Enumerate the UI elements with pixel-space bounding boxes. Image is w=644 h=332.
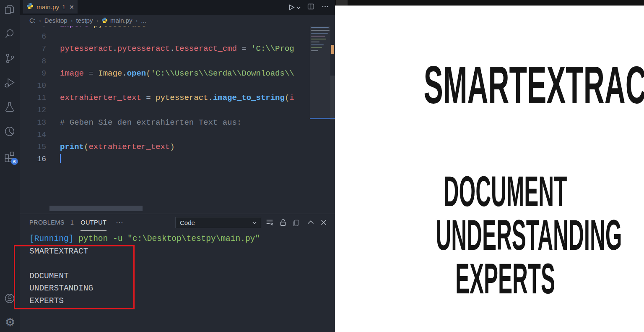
tab-output[interactable]: OUTPUT [80, 214, 106, 231]
code-line[interactable]: 7pytesseract.pytesseract.tesseract_cmd =… [20, 43, 309, 55]
source-control-icon[interactable] [3, 52, 17, 65]
open-output-in-editor-icon[interactable] [292, 218, 301, 227]
run-debug-icon[interactable] [3, 76, 17, 90]
clear-output-icon[interactable] [265, 218, 275, 227]
breadcrumb-item[interactable]: testpy [76, 17, 93, 24]
line-content: pytesseract.pytesseract.tesseract_cmd = … [60, 43, 294, 55]
line-number: 12 [20, 104, 46, 116]
breadcrumb-item[interactable]: ... [141, 17, 146, 24]
settings-gear-icon[interactable]: ⚙ [3, 316, 17, 329]
breadcrumb-item[interactable]: main.py [101, 17, 132, 24]
problems-count: 1 [70, 219, 74, 226]
output-label: OUTPUT [80, 219, 106, 226]
line-number: 6 [20, 31, 46, 43]
preview-line: UNDERSTANDING [436, 213, 575, 257]
tab-label: main.py [36, 3, 59, 11]
unlock-icon[interactable] [279, 218, 288, 227]
split-editor-icon[interactable] [307, 3, 315, 12]
screenshot-root: 6 ⚙ main.py 1 [0, 0, 644, 332]
code-line[interactable]: 15print(extrahierter_text) [20, 141, 309, 153]
minimap-line [311, 33, 328, 34]
line-content: extrahierter_text = pytesseract.image_to… [60, 92, 294, 104]
output-line: [Running] python -u "c:\Desktop\testpy\m… [29, 233, 335, 246]
line-number: 14 [20, 129, 46, 141]
preview-tab [336, 0, 348, 5]
explorer-icon[interactable] [3, 3, 17, 17]
breadcrumb-item[interactable]: C: [29, 17, 36, 24]
vertical-scrollbar[interactable] [330, 76, 335, 120]
minimap-line [311, 47, 322, 48]
line-number: 11 [20, 92, 46, 104]
breadcrumb-item[interactable]: Desktop [44, 17, 68, 24]
preview-line: EXPERTS [436, 257, 575, 301]
testing-icon[interactable] [3, 101, 17, 114]
output-channel-select[interactable]: Code [175, 217, 261, 228]
vscode-window: 6 ⚙ main.py 1 [0, 0, 335, 332]
code-line[interactable]: 12 [20, 104, 309, 116]
line-content: image = Image.open('C:\\Users\\Serda\\Do… [60, 68, 294, 80]
preview-line: DOCUMENT [436, 170, 575, 213]
minimap[interactable] [310, 23, 330, 118]
code-line[interactable]: 11extrahierter_text = pytesseract.image_… [20, 92, 309, 104]
tab-main-py[interactable]: main.py 1 [23, 0, 78, 14]
search-icon[interactable] [3, 28, 17, 41]
breadcrumb-separator-icon [71, 17, 73, 24]
code-line[interactable]: 8 [20, 55, 309, 68]
line-content: # Geben Sie den extrahierten Text aus: [60, 117, 242, 129]
line-number: 15 [20, 141, 46, 153]
code-line[interactable]: 14 [20, 129, 309, 141]
tab-problem-count: 1 [62, 4, 65, 10]
code-editor[interactable]: 5import pytesseract67pytesseract.pytesse… [20, 15, 335, 214]
breadcrumb-separator-icon [136, 17, 138, 24]
minimap-line [311, 50, 318, 51]
preview-body-text: DOCUMENT UNDERSTANDING EXPERTS [436, 170, 575, 301]
code-line[interactable]: 10 [20, 80, 309, 92]
line-number: 8 [20, 55, 46, 68]
minimap-line [311, 30, 330, 31]
line-content [60, 153, 61, 165]
panel-header: PROBLEMS 1 OUTPUT ⋯ Code [20, 214, 335, 231]
breadcrumb-separator-icon [96, 17, 98, 24]
circle-branch-extension-icon[interactable] [3, 125, 17, 139]
code-line[interactable]: 16 [20, 153, 309, 165]
text-cursor [60, 154, 61, 163]
panel-more-tabs-icon[interactable]: ⋯ [116, 218, 123, 227]
horizontal-scrollbar[interactable] [49, 206, 143, 211]
editor-actions [287, 0, 329, 15]
minimap-line [311, 27, 329, 28]
line-number: 7 [20, 43, 46, 55]
run-dropdown-chevron-icon [296, 5, 301, 10]
more-actions-icon[interactable] [321, 3, 329, 12]
overview-ruler-warning-marker [331, 45, 334, 54]
line-number: 13 [20, 117, 46, 129]
problems-label: PROBLEMS [29, 219, 65, 226]
tab-close-icon[interactable] [69, 4, 74, 10]
minimap-line [311, 42, 319, 42]
minimap-cursor-line [310, 118, 335, 119]
close-panel-icon[interactable] [319, 218, 329, 227]
run-button[interactable] [287, 3, 301, 11]
maximize-panel-icon[interactable] [306, 218, 316, 227]
extensions-icon[interactable]: 6 [3, 150, 17, 164]
preview-title-bar [335, 0, 644, 6]
code-line[interactable]: 9image = Image.open('C:\\Users\\Serda\\D… [20, 68, 309, 80]
output-channel-value: Code [180, 219, 195, 226]
minimap-line [311, 39, 326, 39]
minimap-line [311, 44, 324, 45]
line-number: 16 [20, 153, 46, 165]
code-line[interactable]: 13# Geben Sie den extrahierten Text aus: [20, 117, 309, 129]
line-number: 9 [20, 68, 46, 80]
red-annotation-box [14, 245, 135, 309]
python-file-icon [26, 3, 34, 11]
preview-headline-text: SMARTEXTRACT [424, 59, 580, 112]
breadcrumb-separator-icon [39, 17, 41, 24]
code-line[interactable]: 6 [20, 31, 309, 43]
extensions-badge: 6 [11, 158, 18, 165]
tab-bar: main.py 1 [20, 0, 335, 15]
breadcrumb: C:Desktoptestpy main.py... [20, 15, 335, 26]
chevron-down-icon [252, 220, 257, 227]
tab-problems[interactable]: PROBLEMS 1 [29, 214, 74, 231]
code-lines[interactable]: 5import pytesseract67pytesseract.pytesse… [20, 18, 309, 165]
image-preview-window: SMARTEXTRACT DOCUMENT UNDERSTANDING EXPE… [335, 0, 644, 332]
minimap-line [311, 36, 325, 37]
